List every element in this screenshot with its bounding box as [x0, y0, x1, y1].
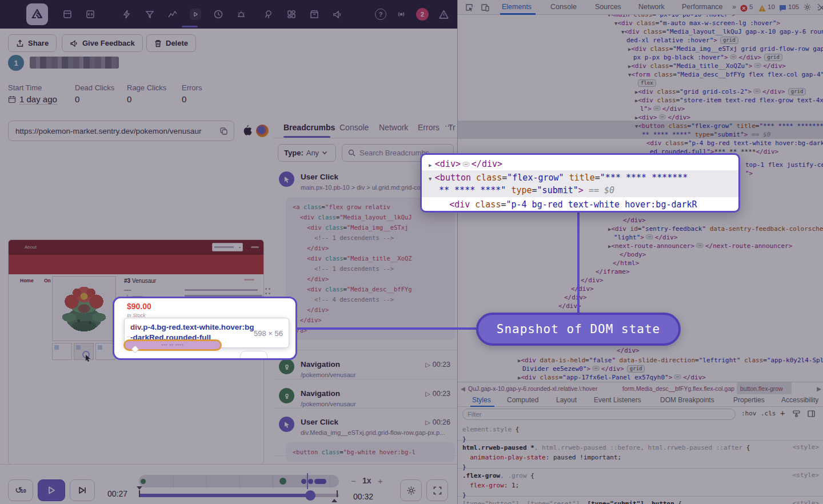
devtools-settings-icon[interactable]: [803, 3, 812, 14]
style-rule-line[interactable]: }: [462, 491, 466, 499]
pokemart-nav-home[interactable]: Home: [20, 278, 34, 283]
style-rule-line[interactable]: element.style {: [462, 425, 519, 434]
dom-tree-line[interactable]: flex: [635, 79, 656, 87]
style-rule-line[interactable]: }: [462, 435, 466, 443]
devtools-tab-network[interactable]: Network: [638, 3, 665, 11]
share-button[interactable]: Share: [8, 34, 57, 52]
dom-tree-line[interactable]: </div>: [571, 285, 594, 293]
dom-tree-line[interactable]: ▶<div class="app-17fx6el-Panel ex57qyh0"…: [518, 373, 706, 382]
dom-tree-line[interactable]: ▼<form class="Media_desc__bfFYg flex fle…: [628, 70, 823, 79]
styles-filter-input[interactable]: Filter: [462, 409, 736, 420]
messages-badge-icon[interactable]: [779, 4, 786, 14]
sidebar-tab-computed[interactable]: Computed: [507, 396, 538, 404]
error-badge-icon[interactable]: [740, 4, 748, 14]
dom-tree-line[interactable]: <div class="p-4 bg-red text-white hover:…: [646, 139, 823, 147]
element-crumb[interactable]: form.Media_desc__bfFYg.flex.flex-col.gap…: [622, 382, 734, 395]
sidebar-layout-icon[interactable]: [808, 410, 815, 419]
notification-badge[interactable]: 2: [416, 8, 429, 21]
breadcrumb-title[interactable]: User Click: [301, 418, 338, 426]
dom-tree-line[interactable]: px p-px bg-black :hover">⋯</div>grid: [633, 53, 782, 62]
fullscreen-button[interactable]: [426, 479, 448, 501]
filter-icon[interactable]: [144, 9, 155, 20]
style-rule-line[interactable]: flex-grow: 1;: [462, 481, 519, 490]
dom-tree-line[interactable]: ▼<div class="m-auto max-w-screen-lg :hov…: [614, 19, 780, 28]
error-count[interactable]: 5: [749, 3, 753, 10]
element-crumb[interactable]: button.flex-grow: [737, 382, 792, 395]
dom-tree-line[interactable]: </html>: [613, 259, 639, 267]
dom-tree-line[interactable]: ">: [745, 169, 753, 178]
alerts-icon[interactable]: [235, 9, 247, 20]
speed-decrease-button[interactable]: −: [351, 476, 356, 486]
sidebar-tab-styles[interactable]: Styles: [472, 396, 491, 404]
speed-value[interactable]: 1x: [362, 476, 371, 485]
hover-state-toggle[interactable]: :hov: [741, 410, 757, 417]
dom-tree-line[interactable]: l">⋯</div>: [640, 105, 685, 113]
dom-tree-line[interactable]: ▼<button class="flex-grow" title="*** **…: [635, 122, 823, 131]
style-rule-line[interactable]: html.rrweb-paused *, html.rrweb-paused :…: [462, 443, 750, 452]
message-count[interactable]: 105: [788, 3, 799, 10]
close-icon[interactable]: [818, 3, 823, 13]
timeline-cursor[interactable]: [307, 473, 308, 489]
devtools-tab-performance[interactable]: Performance: [682, 3, 723, 11]
dom-tree-line[interactable]: </div>: [617, 346, 640, 355]
breadcrumb-timestamp[interactable]: ▷00:23: [425, 390, 450, 398]
dom-tree-line[interactable]: ▶<div class="grid grid-cols-2">⋯</div>gr…: [635, 87, 806, 97]
dom-tree-line[interactable]: "light">⋯</div>: [614, 233, 678, 242]
warning-badge-icon[interactable]: [758, 4, 766, 14]
pin-icon[interactable]: [263, 9, 274, 20]
device-toolbar-icon[interactable]: [481, 3, 490, 14]
warning-icon[interactable]: [438, 9, 449, 20]
delete-button[interactable]: Delete: [146, 34, 196, 52]
sidebar-tab-accessibility[interactable]: Accessibility: [781, 396, 818, 404]
releases-icon[interactable]: [309, 9, 320, 20]
sidebar-tab-properties[interactable]: Properties: [733, 396, 765, 404]
tab-errors[interactable]: Errors: [418, 123, 440, 132]
settings-button[interactable]: [400, 479, 422, 501]
dom-tree-line[interactable]: top-1 flex justify-cen: [745, 161, 823, 169]
breadcrumb-timestamp[interactable]: ▷00:23: [425, 361, 450, 369]
click-marker[interactable]: [308, 479, 313, 484]
click-marker[interactable]: [301, 479, 306, 484]
pokemart-about-link[interactable]: About: [25, 245, 37, 250]
tab-breadcrumbs[interactable]: Breadcrumbs: [283, 123, 335, 132]
dom-tree-line[interactable]: ▶<div>⋯</div>: [635, 113, 690, 122]
stylesheet-link[interactable]: <style>: [793, 499, 819, 504]
breadcrumb-title[interactable]: Navigation: [301, 360, 340, 369]
megaphone-icon[interactable]: [331, 9, 343, 20]
skip-to-end-button[interactable]: [70, 479, 95, 501]
dom-tree-line[interactable]: </div>: [564, 293, 587, 302]
dom-tree-line[interactable]: </iframe>: [596, 267, 630, 276]
dom-tree-line[interactable]: ded-xl relative :hover">grid: [626, 36, 738, 45]
dom-tree-line[interactable]: ** **** ****" type="submit"> == $0: [642, 130, 770, 139]
paint-format-icon[interactable]: [793, 410, 800, 419]
projects-icon[interactable]: [62, 9, 73, 20]
breadcrumb-title[interactable]: User Click: [301, 173, 338, 181]
events-timeline[interactable]: [139, 475, 339, 487]
seek-handle[interactable]: [305, 490, 315, 501]
copy-icon[interactable]: [219, 127, 228, 135]
broadcast-icon[interactable]: [395, 9, 407, 20]
thumbnail-1[interactable]: [52, 343, 72, 360]
class-toggle[interactable]: .cls: [761, 410, 776, 417]
style-rule-line[interactable]: animation-play-state: paused !important;: [462, 453, 621, 462]
insights-icon[interactable]: [167, 9, 178, 20]
dom-tree-line[interactable]: ▶<next-route-announcer>⋯</next-route-ann…: [608, 242, 792, 251]
breadcrumb-timestamp[interactable]: ▷00:26: [425, 418, 450, 426]
style-rule-line[interactable]: }: [462, 463, 466, 471]
replay-url-bar[interactable]: https://pokemon-market.sentry.dev/pokemo…: [8, 121, 234, 141]
play-button[interactable]: [38, 479, 65, 501]
sidebar-tab-layout[interactable]: Layout: [556, 396, 577, 404]
element-crumb[interactable]: QuJ.gap-x-10.gap-y-6.rounded-xl.relative…: [468, 382, 619, 395]
dashboards-icon[interactable]: [286, 9, 297, 20]
style-rule-line[interactable]: .flex-grow, .grow {: [462, 471, 534, 480]
click-marker-cluster[interactable]: [314, 479, 326, 484]
dom-tree-line[interactable]: ▼<div class="Media_layout__lkQuJ gap-x-1…: [621, 27, 823, 37]
warning-count[interactable]: 10: [768, 3, 775, 10]
sentry-logo[interactable]: [26, 3, 48, 25]
navigation-marker[interactable]: [141, 479, 146, 484]
dom-tree-line[interactable]: ▶<div id="sentry-feedback" data-sentry-f…: [608, 225, 823, 234]
devtools-tab-sources[interactable]: Sources: [595, 3, 621, 11]
panel-more-icon[interactable]: ⋯: [445, 122, 452, 130]
sidebar-tab-dom-breakpoints[interactable]: DOM Breakpoints: [660, 396, 714, 404]
pokemart-search-box[interactable]: ▾: [212, 243, 243, 251]
